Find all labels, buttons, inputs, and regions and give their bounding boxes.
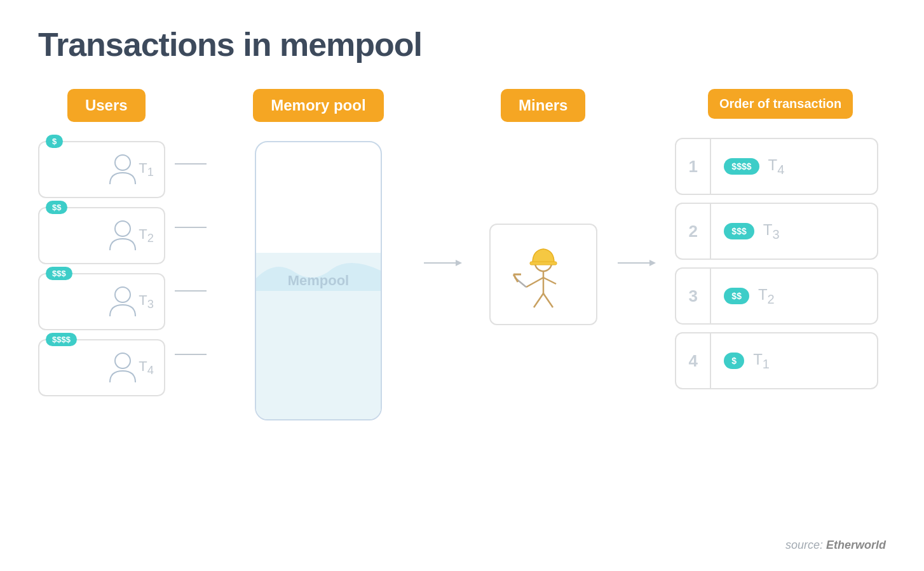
order-tx-4: T1 xyxy=(753,351,770,372)
arrow-miner-order xyxy=(618,259,662,267)
user-card-2: $$ T2 xyxy=(38,207,165,264)
svg-marker-9 xyxy=(200,290,207,292)
svg-marker-25 xyxy=(649,260,656,266)
order-content-3: $$ T2 xyxy=(711,286,877,307)
svg-marker-7 xyxy=(200,227,207,228)
arrow-mempool-miner xyxy=(424,259,468,267)
fee-badge-2: $$ xyxy=(46,201,67,214)
source-brand: Etherworld xyxy=(826,539,886,551)
order-card-2: 2 $$$ T3 xyxy=(675,203,878,260)
order-card-3: 3 $$ T2 xyxy=(675,267,878,325)
users-list: $ T1 $$ T2 xyxy=(38,141,175,396)
miners-column: Miners xyxy=(481,89,605,325)
connector-1 xyxy=(175,163,213,165)
order-rank-1: 1 xyxy=(676,139,711,194)
fee-badge-1: $ xyxy=(46,135,63,148)
fee-badge-3: $$$ xyxy=(46,267,72,280)
order-fee-1: $$$$ xyxy=(724,158,759,175)
user-icon-4 xyxy=(107,351,139,386)
order-header: Order of transaction xyxy=(708,89,853,119)
order-card-4: 4 $ T1 xyxy=(675,332,878,389)
svg-marker-13 xyxy=(456,260,462,266)
mempool-column: Memory pool Mempool xyxy=(226,89,412,420)
order-fee-2: $$$ xyxy=(724,223,754,239)
user-card-3: $$$ T3 xyxy=(38,273,165,330)
svg-point-1 xyxy=(115,221,130,236)
user-icon-3 xyxy=(107,285,139,319)
svg-marker-5 xyxy=(200,163,207,165)
order-column: Order of transaction 1 $$$$ T4 2 $$$ T3 xyxy=(675,89,886,389)
page-title: Transactions in mempool xyxy=(38,25,886,64)
user-icon-1 xyxy=(107,152,139,187)
mempool-to-miner-arrow xyxy=(424,259,468,267)
source-prefix: source: xyxy=(785,539,826,551)
order-tx-3: T2 xyxy=(758,286,775,307)
order-rank-2: 2 xyxy=(676,204,711,259)
miner-box xyxy=(489,224,597,325)
order-tx-1: T4 xyxy=(768,156,785,177)
order-rank-4: 4 xyxy=(676,333,711,388)
order-content-4: $ T1 xyxy=(711,351,877,372)
svg-line-15 xyxy=(526,278,543,287)
mempool-header: Memory pool xyxy=(253,89,383,122)
page: Transactions in mempool Users $ T1 $$ xyxy=(0,0,924,571)
svg-marker-11 xyxy=(200,354,207,355)
diagram: Users $ T1 $$ xyxy=(38,89,886,532)
mempool-label: Mempool xyxy=(288,272,350,289)
user-icon-2 xyxy=(107,218,139,253)
svg-line-18 xyxy=(543,293,553,307)
users-column: Users $ T1 $$ xyxy=(38,89,175,396)
fee-badge-4: $$$$ xyxy=(46,333,77,346)
connector-2 xyxy=(175,227,213,228)
svg-point-3 xyxy=(115,353,130,368)
svg-rect-20 xyxy=(530,262,557,265)
order-fee-3: $$ xyxy=(724,288,749,304)
connector-3 xyxy=(175,290,213,292)
order-fee-4: $ xyxy=(724,353,744,369)
miner-to-order-arrow xyxy=(618,259,662,267)
connector-4 xyxy=(175,354,213,355)
user-card-1: $ T1 xyxy=(38,141,165,198)
tx-label-3: T3 xyxy=(139,292,154,311)
miner-svg xyxy=(508,236,578,312)
order-content-2: $$$ T3 xyxy=(711,221,877,242)
user-card-4: $$$$ T4 xyxy=(38,339,165,396)
tx-label-4: T4 xyxy=(139,358,154,377)
miners-header: Miners xyxy=(501,89,585,122)
order-rank-3: 3 xyxy=(676,269,711,323)
svg-point-2 xyxy=(115,287,130,302)
tx-label-2: T2 xyxy=(139,226,154,245)
svg-line-17 xyxy=(534,293,543,307)
mempool-box: Mempool xyxy=(255,141,382,420)
order-content-1: $$$$ T4 xyxy=(711,156,877,177)
svg-line-22 xyxy=(513,274,518,282)
order-card-1: 1 $$$$ T4 xyxy=(675,138,878,195)
users-header: Users xyxy=(67,89,146,122)
order-tx-2: T3 xyxy=(763,221,780,242)
svg-point-0 xyxy=(115,155,130,170)
order-list: 1 $$$$ T4 2 $$$ T3 3 $$ xyxy=(675,138,886,389)
tx-label-1: T1 xyxy=(139,160,154,179)
source-attribution: source: Etherworld xyxy=(785,532,886,552)
svg-line-16 xyxy=(543,278,556,284)
user-to-mempool-connectors xyxy=(175,132,213,386)
